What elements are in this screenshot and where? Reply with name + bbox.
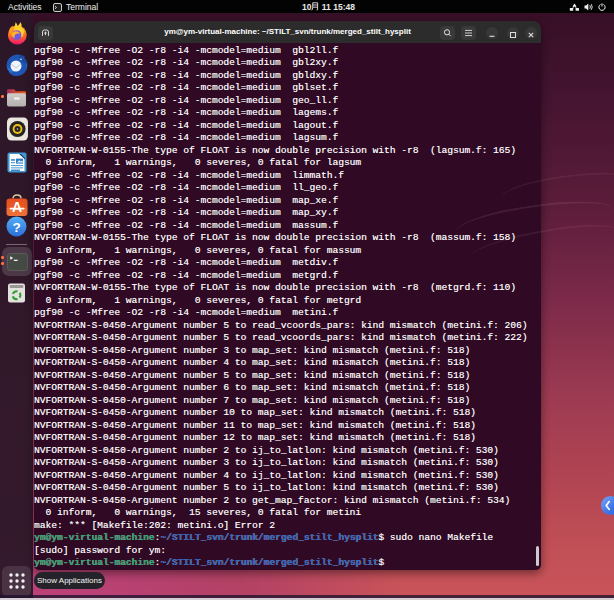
svg-text:A: A	[12, 199, 22, 215]
svg-text:?: ?	[12, 219, 20, 234]
